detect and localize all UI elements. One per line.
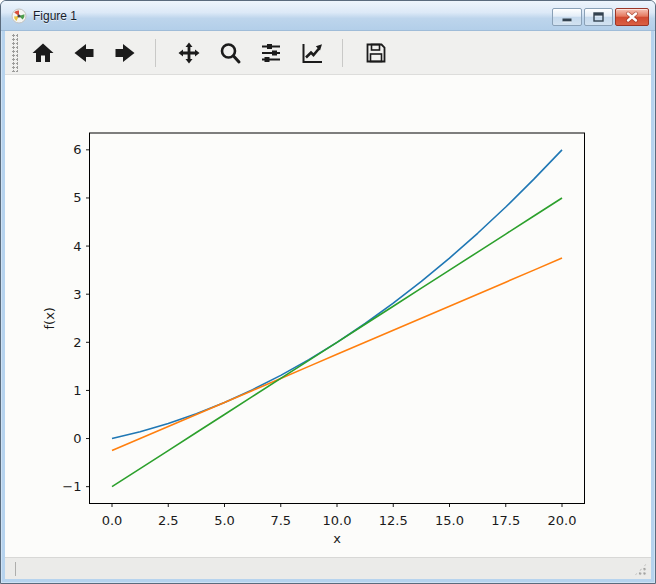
magnifier-icon <box>218 41 242 65</box>
save-floppy-icon <box>364 41 388 65</box>
back-arrow-icon <box>72 41 96 65</box>
x-tick-label: 20.0 <box>548 513 577 528</box>
pan-button[interactable] <box>170 34 208 72</box>
y-tick-label: −1 <box>62 479 81 494</box>
y-tick-label: 6 <box>73 142 81 157</box>
x-tick-label: 2.5 <box>158 513 179 528</box>
y-tick-label: 2 <box>73 335 81 350</box>
y-tick-label: 5 <box>73 190 81 205</box>
series-green-line <box>112 198 562 487</box>
x-tick-label: 7.5 <box>270 513 291 528</box>
x-tick-label: 5.0 <box>214 513 235 528</box>
sliders-icon <box>259 41 283 65</box>
toolbar-separator <box>342 39 343 67</box>
navigation-toolbar <box>5 31 651 75</box>
status-bar <box>5 557 651 579</box>
close-button[interactable] <box>615 8 649 26</box>
axes-spines <box>90 133 585 504</box>
x-tick-label: 17.5 <box>491 513 520 528</box>
y-tick-label: 0 <box>73 431 81 446</box>
home-button[interactable] <box>24 34 62 72</box>
series-orange-line <box>112 258 562 450</box>
toolbar-separator <box>155 39 156 67</box>
title-bar[interactable]: Figure 1 <box>1 1 655 31</box>
resize-grip-icon[interactable] <box>634 563 647 576</box>
x-tick-label: 10.0 <box>323 513 352 528</box>
zoom-button[interactable] <box>211 34 249 72</box>
close-icon <box>616 9 648 25</box>
minimize-icon <box>553 9 581 25</box>
minimize-button[interactable] <box>552 8 582 26</box>
configure-subplots-button[interactable] <box>252 34 290 72</box>
figure-canvas[interactable]: 0.02.55.07.510.012.515.017.520.0−1012345… <box>5 75 651 557</box>
x-tick-label: 12.5 <box>379 513 408 528</box>
x-tick-label: 0.0 <box>102 513 123 528</box>
x-tick-label: 15.0 <box>435 513 464 528</box>
edit-plot-button[interactable] <box>293 34 331 72</box>
series-blue-curve <box>112 150 562 439</box>
line-chart-icon <box>300 41 324 65</box>
figure-window: Figure 1 <box>0 0 656 584</box>
forward-arrow-icon <box>113 41 137 65</box>
back-button[interactable] <box>65 34 103 72</box>
y-tick-label: 1 <box>73 383 81 398</box>
toolbar-gripper[interactable] <box>12 34 18 72</box>
status-separator <box>15 562 16 576</box>
maximize-icon <box>585 9 612 25</box>
pan-move-icon <box>177 41 201 65</box>
x-axis-label: x <box>333 531 341 546</box>
y-axis-label: f(x) <box>42 307 57 329</box>
app-icon <box>11 8 27 24</box>
y-tick-label: 3 <box>73 287 81 302</box>
home-icon <box>31 41 55 65</box>
plot-svg: 0.02.55.07.510.012.515.017.520.0−1012345… <box>5 75 651 557</box>
forward-button[interactable] <box>106 34 144 72</box>
y-tick-label: 4 <box>73 239 81 254</box>
save-button[interactable] <box>357 34 395 72</box>
maximize-button[interactable] <box>584 8 613 26</box>
window-title: Figure 1 <box>33 9 77 23</box>
